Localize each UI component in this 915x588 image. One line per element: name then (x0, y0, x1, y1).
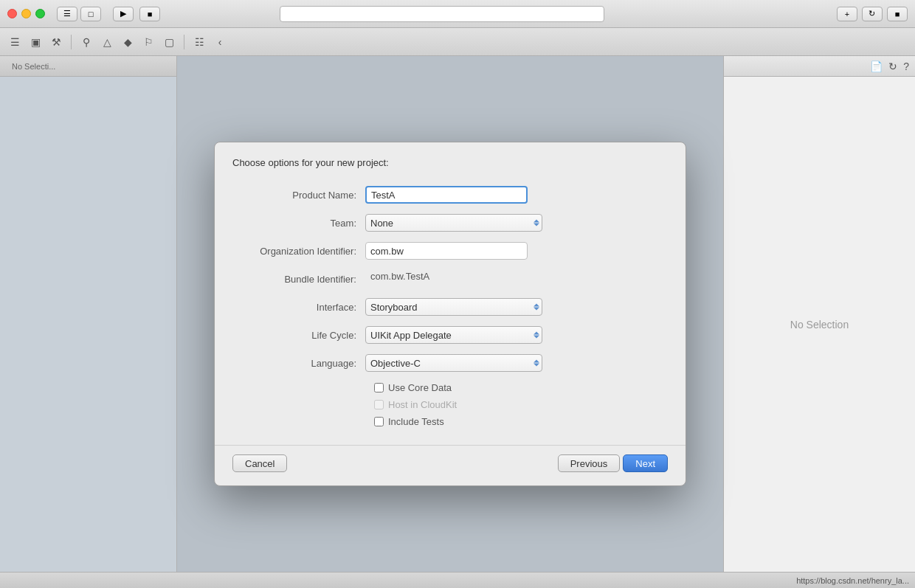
sidebar-content (0, 77, 176, 572)
toolbar: ☰ ▣ ⚒ ⚲ △ ◆ ⚐ ▢ ☷ ‹ (0, 28, 915, 56)
toolbar-flag-icon[interactable]: ⚐ (139, 33, 157, 51)
titlebar-controls: ☰ □ (57, 7, 101, 21)
sidebar-no-selection: No Selecti... (6, 59, 61, 74)
org-identifier-input[interactable] (365, 242, 528, 260)
toolbar-outline-icon[interactable]: ▢ (160, 33, 178, 51)
sidebar-toggle-button[interactable]: ☰ (57, 7, 77, 21)
minimize-button[interactable] (21, 9, 31, 18)
toolbar-grid-icon[interactable]: ☷ (190, 33, 208, 51)
titlebar-right-controls: + ↻ ■ (837, 7, 908, 21)
toolbar-search-icon[interactable]: ⚲ (77, 33, 95, 51)
checkbox-group: Use Core Data Host in CloudKit Include T… (374, 382, 668, 427)
use-core-data-label: Use Core Data (388, 382, 452, 393)
play-button[interactable]: ▶ (113, 7, 134, 21)
statusbar-url: https://blog.csdn.net/henry_la... (796, 576, 909, 585)
modal-header: Choose options for your new project: (215, 142, 686, 180)
layout-icon: □ (89, 10, 94, 18)
close-button[interactable] (7, 9, 17, 18)
play-icon: ▶ (120, 9, 126, 18)
maximize-button[interactable] (35, 9, 45, 18)
right-panel-doc-icon[interactable]: 📄 (870, 60, 883, 72)
add-icon: + (845, 10, 849, 18)
bundle-identifier-group: Bundle Identifier: com.bw.TestA (232, 270, 668, 288)
previous-button[interactable]: Previous (558, 454, 621, 472)
include-tests-label: Include Tests (388, 416, 444, 427)
panel-toggle-button[interactable]: ■ (887, 7, 908, 21)
team-group: Team: None Add an Account... (232, 214, 668, 232)
right-panel: 📄 ↻ ? No Selection (723, 56, 915, 572)
toolbar-sidebar-icon[interactable]: ☰ (6, 33, 24, 51)
modal-dialog: Choose options for your new project: Pro… (214, 142, 686, 486)
layout-button[interactable]: □ (80, 7, 101, 21)
use-core-data-item: Use Core Data (374, 382, 668, 393)
panel-icon: ■ (895, 10, 900, 18)
sidebar-icon: ☰ (63, 9, 71, 18)
language-label: Language: (232, 358, 365, 369)
sidebar: No Selecti... (0, 56, 177, 572)
right-panel-no-selection: No Selection (790, 319, 849, 331)
lifecycle-select-wrapper: UIKit App Delegate SwiftUI App (365, 326, 542, 344)
next-button[interactable]: Next (623, 454, 668, 472)
toolbar-nav-left-icon[interactable]: ‹ (211, 33, 229, 51)
interface-label: Interface: (232, 302, 365, 313)
right-panel-content: No Selection (724, 77, 915, 572)
nav-buttons: Previous Next (558, 454, 668, 472)
toolbar-warning-icon[interactable]: △ (98, 33, 116, 51)
modal-overlay: Choose options for your new project: Pro… (177, 56, 723, 572)
cancel-button[interactable]: Cancel (232, 454, 287, 472)
team-select-wrapper: None Add an Account... (365, 214, 542, 232)
modal-title: Choose options for your new project: (232, 157, 389, 168)
interface-group: Interface: Storyboard SwiftUI (232, 298, 668, 316)
interface-select-wrapper: Storyboard SwiftUI (365, 298, 542, 316)
org-identifier-group: Organization Identifier: (232, 242, 668, 260)
search-bar[interactable] (280, 6, 604, 22)
lifecycle-group: Life Cycle: UIKit App Delegate SwiftUI A… (232, 326, 668, 344)
stop-button[interactable]: ■ (139, 7, 160, 21)
sidebar-header: No Selecti... (0, 56, 176, 77)
stop-icon: ■ (148, 10, 153, 18)
language-group: Language: Objective-C Swift (232, 354, 668, 372)
language-select-wrapper: Objective-C Swift (365, 354, 542, 372)
language-select[interactable]: Objective-C Swift (365, 354, 542, 372)
team-label: Team: (232, 218, 365, 229)
right-panel-toolbar: 📄 ↻ ? (724, 56, 915, 77)
toolbar-hierarchy-icon[interactable]: ⚒ (47, 33, 65, 51)
right-panel-help-icon[interactable]: ? (903, 60, 909, 72)
history-icon: ↻ (869, 9, 875, 18)
team-select[interactable]: None Add an Account... (365, 214, 542, 232)
bundle-identifier-value: com.bw.TestA (365, 270, 528, 288)
product-name-label: Product Name: (232, 190, 365, 201)
interface-select[interactable]: Storyboard SwiftUI (365, 298, 542, 316)
toolbar-bookmarks-icon[interactable]: ▣ (27, 33, 44, 51)
include-tests-checkbox[interactable] (374, 417, 384, 426)
toolbar-shape-icon[interactable]: ◆ (119, 33, 137, 51)
titlebar: ☰ □ ▶ ■ + ↻ ■ (0, 0, 915, 28)
host-in-cloudkit-label: Host in CloudKit (388, 399, 457, 410)
traffic-lights (7, 9, 45, 18)
product-name-group: Product Name: (232, 186, 668, 204)
toolbar-separator-1 (71, 35, 72, 49)
bundle-identifier-label: Bundle Identifier: (232, 274, 365, 285)
use-core-data-checkbox[interactable] (374, 383, 384, 392)
statusbar: https://blog.csdn.net/henry_la... (0, 572, 915, 588)
product-name-input[interactable] (365, 186, 528, 204)
main-content: No Selecti... Choose options for your ne… (0, 56, 915, 572)
history-button[interactable]: ↻ (862, 7, 883, 21)
host-in-cloudkit-item: Host in CloudKit (374, 399, 668, 410)
org-identifier-label: Organization Identifier: (232, 246, 365, 257)
modal-body: Product Name: Team: None Add an Account.… (215, 180, 686, 445)
modal-footer: Cancel Previous Next (215, 445, 686, 485)
lifecycle-select[interactable]: UIKit App Delegate SwiftUI App (365, 326, 542, 344)
center-area: Choose options for your new project: Pro… (177, 56, 723, 572)
right-panel-history-icon[interactable]: ↻ (888, 60, 897, 72)
add-button[interactable]: + (837, 7, 857, 21)
host-in-cloudkit-checkbox (374, 400, 384, 409)
lifecycle-label: Life Cycle: (232, 330, 365, 341)
include-tests-item: Include Tests (374, 416, 668, 427)
toolbar-separator-2 (184, 35, 184, 49)
